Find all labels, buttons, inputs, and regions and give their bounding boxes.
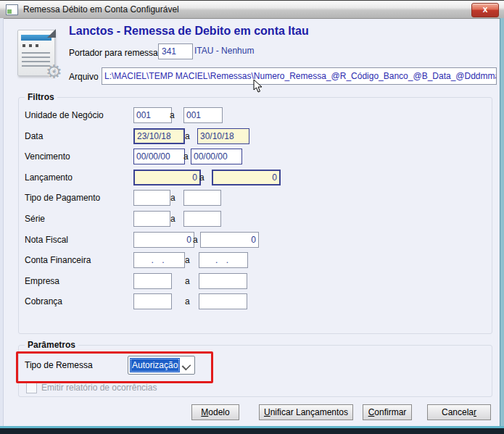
portador-label: Portador para remessa: [69, 46, 158, 60]
ocorrencias-checkbox-label: Emitir relatório de ocorrências: [41, 383, 157, 393]
filter-row-vencimento: Vencimento 00/00/00 a 00/00/00: [25, 149, 486, 164]
empresa-from-input[interactable]: [133, 273, 172, 289]
filter-label: Lançamento: [25, 170, 128, 185]
window-title: Remessa Débito em Conta Configurável: [23, 4, 179, 14]
filter-label: Conta Financeira: [25, 252, 128, 268]
red-highlight-annotation: [16, 351, 213, 383]
filtros-title: Filtros: [25, 92, 57, 102]
close-button[interactable]: x: [471, 3, 499, 17]
range-separator: a: [170, 214, 175, 224]
filter-row-data: Data 23/10/18 a 30/10/18: [25, 128, 486, 144]
filter-label: Unidade de Negócio: [25, 107, 128, 123]
filter-row-cobranca: Cobrança a: [25, 293, 486, 309]
window-bottom-border: [0, 428, 504, 434]
vencimento-to-input[interactable]: 00/00/00: [191, 149, 242, 164]
range-separator: a: [199, 172, 205, 183]
ocorrencias-checkbox[interactable]: [26, 383, 37, 393]
parametros-title: Parâmetros: [25, 340, 78, 350]
document-gear-icon: ⚙: [15, 27, 58, 79]
range-separator: a: [193, 235, 198, 245]
lancamento-to-input[interactable]: 0: [212, 170, 281, 185]
ocorrencias-checkbox-row: Emitir relatório de ocorrências: [26, 382, 157, 393]
dialog-window: Remessa Débito em Conta Configurável x ⚙…: [0, 0, 504, 434]
empresa-to-input[interactable]: [199, 273, 247, 289]
modelo-button[interactable]: Modelo: [191, 404, 239, 420]
arquivo-input[interactable]: L:\MACIEL\TEMP MACIEL\Remessas\Numero_Re…: [102, 67, 497, 85]
filter-row-unidade: Unidade de Negócio 001 a 001: [25, 107, 486, 123]
filtros-groupbox: Filtros Unidade de Negócio 001 a 001 Dat…: [18, 97, 492, 334]
gear-icon: ⚙: [46, 61, 62, 83]
range-separator: a: [183, 151, 189, 162]
range-separator: a: [170, 193, 175, 203]
cobranca-from-input[interactable]: [133, 293, 172, 309]
tipo-pagamento-from-input[interactable]: [133, 190, 170, 206]
tipo-pagamento-to-input[interactable]: [183, 190, 221, 206]
filter-label: Vencimento: [25, 149, 128, 164]
filter-row-empresa: Empresa a: [25, 273, 486, 289]
filter-label: Tipo de Pagamento: [25, 190, 128, 206]
title-bar[interactable]: Remessa Débito em Conta Configurável x: [0, 1, 504, 19]
range-separator: a: [170, 110, 175, 120]
mouse-cursor: [253, 79, 263, 93]
range-separator: a: [185, 131, 190, 141]
page-title: Lanctos - Remessa de Debito em conta Ita…: [69, 25, 309, 38]
nota-fiscal-to-input[interactable]: 0: [200, 232, 259, 248]
filter-label: Data: [25, 128, 128, 144]
app-icon: [6, 4, 18, 15]
portador-description: ITAU - Nenhum: [194, 46, 254, 56]
filter-row-serie: Série a: [25, 211, 486, 227]
window-left-border: [0, 18, 4, 426]
unidade-to-input[interactable]: 001: [183, 107, 223, 123]
cancelar-button[interactable]: Cancelar: [427, 404, 491, 420]
range-separator: a: [185, 255, 190, 265]
unidade-from-input[interactable]: 001: [133, 107, 172, 123]
filter-row-conta-financeira: Conta Financeira . . a . .: [25, 252, 486, 268]
range-separator: a: [185, 276, 190, 286]
data-from-input[interactable]: 23/10/18: [133, 128, 185, 144]
cobranca-to-input[interactable]: [199, 293, 247, 309]
filter-label: Nota Fiscal: [25, 232, 128, 248]
range-separator: a: [185, 296, 190, 306]
lancamento-from-input[interactable]: 0: [133, 170, 201, 185]
window-right-border: [500, 18, 504, 426]
filter-label: Série: [25, 211, 128, 227]
filter-label: Cobrança: [25, 293, 128, 309]
data-to-input[interactable]: 30/10/18: [197, 128, 249, 144]
serie-to-input[interactable]: [183, 211, 221, 227]
portador-input[interactable]: 341: [158, 43, 193, 59]
vencimento-from-input[interactable]: 00/00/00: [133, 149, 185, 164]
conta-financeira-from-input[interactable]: . .: [133, 252, 185, 268]
unificar-lancamentos-button[interactable]: Unificar Lançamentos: [259, 404, 353, 420]
filter-row-nota-fiscal: Nota Fiscal 0 a 0: [25, 232, 486, 248]
serie-from-input[interactable]: [133, 211, 170, 227]
filter-row-tipo-pagamento: Tipo de Pagamento a: [25, 190, 486, 206]
filter-label: Empresa: [25, 273, 128, 289]
nota-fiscal-from-input[interactable]: 0: [133, 232, 194, 248]
arquivo-label: Arquivo: [69, 72, 99, 82]
confirmar-button[interactable]: Confirmar: [363, 404, 412, 420]
conta-financeira-to-input[interactable]: . .: [199, 252, 248, 268]
filter-row-lancamento: Lançamento 0 a 0: [25, 170, 486, 185]
